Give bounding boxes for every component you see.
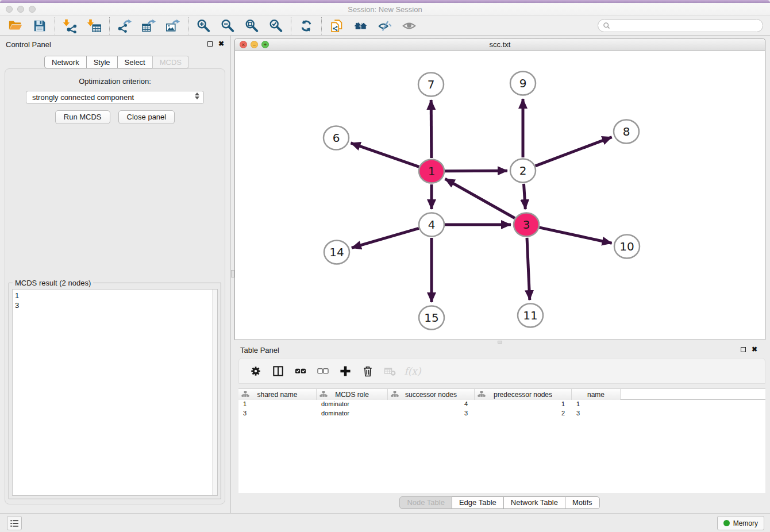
window-title: Session: New Session: [0, 5, 770, 14]
save-session-button[interactable]: [29, 17, 51, 34]
graph-node-4[interactable]: 4: [419, 213, 444, 237]
search-input[interactable]: [611, 22, 763, 30]
result-line: 3: [15, 300, 215, 310]
export-image-button[interactable]: [162, 17, 184, 34]
criterion-select[interactable]: strongly connected component: [26, 91, 204, 104]
close-panel-icon[interactable]: ✖: [218, 41, 224, 47]
run-mcds-button[interactable]: Run MCDS: [55, 110, 110, 124]
search-field[interactable]: [598, 19, 763, 32]
zoom-in-icon: [196, 18, 211, 33]
close-table-panel-icon[interactable]: ✖: [752, 346, 757, 352]
cell-successor-nodes[interactable]: 4: [388, 400, 475, 409]
float-panel-icon[interactable]: [207, 41, 213, 47]
graph-edge-2-3[interactable]: [523, 184, 525, 209]
add-function-button[interactable]: [337, 363, 354, 380]
cell-predecessor-nodes[interactable]: 1: [475, 400, 572, 409]
graph-edge-3-10[interactable]: [539, 228, 611, 243]
vertical-splitter[interactable]: [230, 36, 234, 513]
toolbar-separator: [55, 17, 55, 34]
import-network-icon: [63, 18, 78, 33]
column-header-MCDS-role[interactable]: MCDS role: [317, 389, 388, 400]
column-header-successor-nodes[interactable]: successor nodes: [388, 389, 475, 400]
float-table-panel-icon[interactable]: [741, 347, 746, 352]
tab-edge-table[interactable]: Edge Table: [452, 496, 504, 509]
column-header-predecessor-nodes[interactable]: predecessor nodes: [475, 389, 572, 400]
table-options-button[interactable]: [247, 363, 264, 380]
hide-selected-button[interactable]: [374, 17, 396, 34]
cell-predecessor-nodes[interactable]: 2: [475, 409, 572, 418]
graph-edge-1-2[interactable]: [445, 171, 507, 171]
attribute-tree-icon: [319, 391, 328, 398]
cell-name[interactable]: 3: [572, 409, 621, 418]
graph-node-15[interactable]: 15: [419, 306, 444, 330]
export-table-button[interactable]: [138, 17, 160, 34]
graph-node-7[interactable]: 7: [418, 73, 444, 97]
graph-edge-4-14[interactable]: [352, 228, 419, 248]
deselect-all-button[interactable]: [314, 363, 332, 380]
show-columns-button[interactable]: [270, 363, 287, 380]
tab-motifs[interactable]: Motifs: [565, 496, 600, 509]
graph-node-14[interactable]: 14: [324, 241, 349, 264]
open-session-button[interactable]: [5, 17, 26, 34]
cell-MCDS-role[interactable]: dominator: [317, 400, 388, 409]
graph-node-9[interactable]: 9: [510, 72, 536, 95]
cell-shared-name[interactable]: 3: [238, 409, 317, 418]
close-panel-button[interactable]: Close panel: [118, 110, 175, 124]
cell-successor-nodes[interactable]: 3: [388, 409, 475, 418]
mcds-result-list[interactable]: 13: [12, 289, 218, 496]
graph-edge-3-1[interactable]: [445, 179, 515, 218]
zoom-fit-button[interactable]: [241, 17, 263, 34]
column-header-name[interactable]: name: [572, 389, 621, 400]
graph-edge-1-6[interactable]: [351, 143, 419, 167]
network-window-titlebar[interactable]: × – + scc.txt: [235, 38, 765, 51]
graph-edge-3-11[interactable]: [527, 238, 530, 300]
table-row[interactable]: 1dominator411: [238, 400, 765, 409]
graph-node-6[interactable]: 6: [324, 126, 349, 150]
import-network-button[interactable]: [59, 17, 81, 34]
network-canvas[interactable]: 1234678910111415: [235, 51, 765, 340]
result-line: 1: [15, 291, 215, 300]
task-history-button[interactable]: [7, 516, 22, 530]
graph-edge-1-7[interactable]: [431, 100, 432, 158]
graph-node-3[interactable]: 3: [514, 213, 539, 237]
zoom-selected-icon: [268, 18, 283, 33]
memory-button[interactable]: Memory: [717, 516, 764, 530]
select-all-button[interactable]: [292, 363, 309, 380]
svg-text:3: 3: [523, 218, 530, 232]
gear-icon: [249, 364, 263, 378]
cell-shared-name[interactable]: 1: [238, 400, 317, 409]
first-neighbors-button[interactable]: [350, 17, 372, 34]
import-table-button[interactable]: [83, 17, 105, 34]
svg-text:4: 4: [428, 218, 436, 232]
tab-mcds[interactable]: MCDS: [152, 56, 189, 68]
refresh-icon: [299, 18, 314, 33]
delete-selected-button[interactable]: [359, 363, 376, 380]
toolbar-separator: [291, 17, 291, 34]
clone-network-button[interactable]: [326, 17, 348, 34]
apply-layout-button[interactable]: [295, 17, 317, 34]
clone-network-icon: [329, 18, 344, 33]
graph-node-8[interactable]: 8: [614, 120, 639, 144]
tab-node-table[interactable]: Node Table: [399, 496, 452, 509]
svg-text:14: 14: [329, 245, 344, 259]
houses-icon: [353, 18, 368, 33]
zoom-out-button[interactable]: [217, 17, 238, 34]
zoom-selected-button[interactable]: [265, 17, 287, 34]
tab-select[interactable]: Select: [117, 56, 153, 68]
tab-style[interactable]: Style: [86, 56, 118, 68]
table-row[interactable]: 3dominator323: [238, 409, 765, 418]
show-all-button[interactable]: [398, 17, 420, 34]
export-network-button[interactable]: [114, 17, 136, 34]
graph-node-1[interactable]: 1: [419, 160, 444, 183]
graph-node-2[interactable]: 2: [510, 159, 536, 183]
graph-node-10[interactable]: 10: [614, 235, 640, 259]
cell-name[interactable]: 1: [572, 400, 621, 409]
zoom-in-button[interactable]: [192, 17, 214, 34]
result-scrollbar[interactable]: [212, 290, 217, 495]
tab-network[interactable]: Network: [44, 56, 87, 68]
column-header-shared-name[interactable]: shared name: [238, 389, 317, 400]
graph-node-11[interactable]: 11: [518, 304, 543, 327]
tab-network-table[interactable]: Network Table: [503, 496, 565, 509]
graph-edge-2-8[interactable]: [536, 137, 612, 166]
cell-MCDS-role[interactable]: dominator: [317, 409, 388, 418]
